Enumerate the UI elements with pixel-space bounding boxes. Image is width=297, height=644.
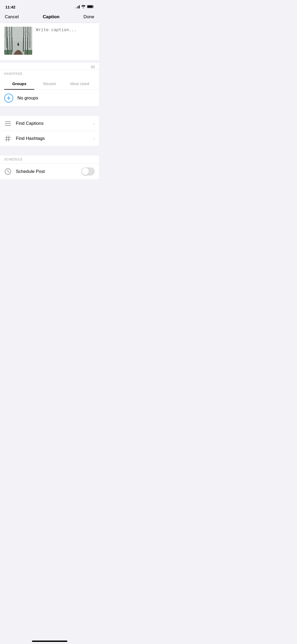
add-group-button[interactable]	[4, 94, 13, 103]
hashtag-count: 30	[91, 65, 95, 69]
schedule-row: Schedule Post	[0, 164, 99, 179]
page-title: Caption	[43, 14, 59, 20]
section-gap-1	[0, 107, 99, 116]
plus-icon	[7, 96, 11, 100]
no-groups-row: No groups	[0, 90, 99, 107]
status-icons	[75, 4, 94, 9]
chevron-right-icon-2: ›	[93, 136, 95, 141]
hashtag-tabs: Groups Recent Most Used	[0, 78, 99, 90]
schedule-header: SCHEDULE	[0, 155, 99, 164]
cancel-button[interactable]: Cancel	[5, 14, 19, 20]
lines-icon	[4, 120, 12, 127]
schedule-section: SCHEDULE Schedule Post	[0, 155, 99, 179]
find-captions-label: Find Captions	[16, 121, 89, 126]
svg-point-25	[17, 44, 19, 46]
section-divider-1	[0, 60, 99, 63]
schedule-label: Schedule Post	[16, 169, 77, 174]
clock-icon	[4, 168, 12, 175]
no-groups-text: No groups	[17, 95, 38, 101]
battery-icon	[87, 4, 94, 9]
svg-rect-23	[4, 50, 12, 55]
toggle-knob	[82, 168, 89, 175]
svg-line-39	[8, 172, 9, 172]
done-button[interactable]: Done	[83, 14, 94, 20]
tab-recent[interactable]: Recent	[34, 78, 64, 90]
svg-point-26	[18, 43, 19, 44]
nav-bar: Cancel Caption Done	[0, 12, 99, 23]
caption-image	[4, 27, 32, 55]
find-hashtags-label: Find Hashtags	[16, 136, 89, 141]
schedule-toggle[interactable]	[81, 167, 95, 176]
hashtags-label: HASHTAGS	[0, 70, 99, 78]
hash-icon	[4, 135, 12, 142]
svg-rect-1	[87, 6, 92, 8]
tab-most-used[interactable]: Most Used	[65, 78, 95, 90]
wifi-icon	[81, 4, 86, 9]
find-hashtags-item[interactable]: Find Hashtags ›	[0, 131, 99, 146]
status-bar: 11:42	[0, 0, 99, 12]
tab-groups[interactable]: Groups	[4, 78, 34, 90]
schedule-gap	[0, 146, 99, 155]
chevron-right-icon: ›	[93, 121, 95, 126]
svg-rect-27	[4, 27, 32, 37]
find-captions-item[interactable]: Find Captions ›	[0, 116, 99, 131]
status-time: 11:42	[5, 5, 15, 9]
caption-input[interactable]	[36, 27, 95, 56]
hashtags-section: 30 HASHTAGS Groups Recent Most Used No g…	[0, 63, 99, 107]
svg-line-34	[8, 136, 9, 141]
bottom-spacer	[0, 179, 99, 192]
caption-area	[0, 23, 99, 60]
hashtags-header: 30	[0, 63, 99, 70]
menu-section: Find Captions › Find Hashtags ›	[0, 116, 99, 146]
svg-line-33	[6, 136, 7, 141]
signal-icon	[75, 5, 80, 8]
svg-rect-24	[24, 50, 32, 55]
